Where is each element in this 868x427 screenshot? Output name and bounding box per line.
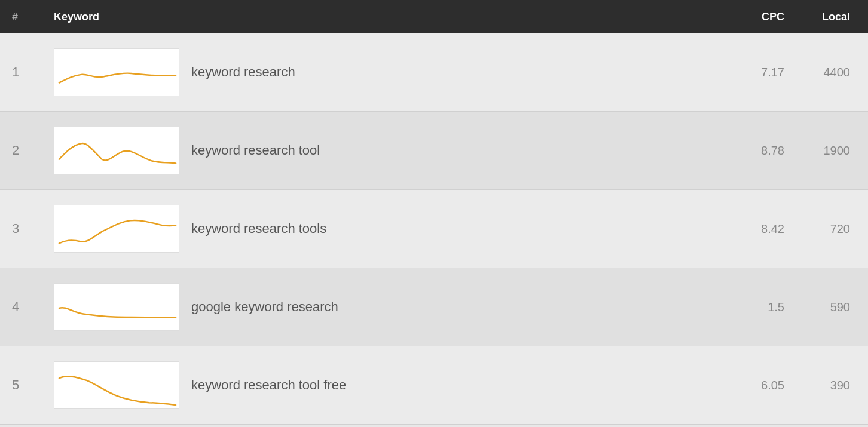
- keyword-table: # Keyword CPC Local 1 keyword research 7…: [0, 0, 868, 427]
- keyword-text: keyword research tool: [191, 143, 713, 158]
- row-number: 2: [12, 143, 54, 158]
- table-header: # Keyword CPC Local: [0, 0, 868, 33]
- keyword-text: google keyword research: [191, 299, 713, 315]
- table-row[interactable]: 3 keyword research tools 8.42 720: [0, 190, 868, 268]
- table-body: 1 keyword research 7.17 4400 2 keyword r…: [0, 33, 868, 425]
- local-value: 590: [784, 300, 856, 314]
- cpc-value: 1.5: [713, 300, 784, 314]
- trend-chart: [54, 205, 179, 253]
- header-num: #: [12, 11, 54, 23]
- cpc-value: 8.42: [713, 222, 784, 236]
- local-value: 4400: [784, 66, 856, 79]
- table-row[interactable]: 5 keyword research tool free 6.05 390: [0, 346, 868, 425]
- cpc-value: 6.05: [713, 379, 784, 392]
- row-number: 3: [12, 221, 54, 236]
- keyword-text: keyword research tools: [191, 221, 713, 236]
- trend-chart: [54, 48, 179, 96]
- local-value: 720: [784, 222, 856, 236]
- cpc-value: 7.17: [713, 66, 784, 79]
- row-number: 1: [12, 64, 54, 80]
- table-row[interactable]: 1 keyword research 7.17 4400: [0, 33, 868, 112]
- cpc-value: 8.78: [713, 144, 784, 158]
- header-cpc: CPC: [713, 11, 784, 23]
- row-number: 4: [12, 299, 54, 315]
- table-row[interactable]: 2 keyword research tool 8.78 1900: [0, 112, 868, 190]
- header-keyword: Keyword: [54, 11, 713, 23]
- row-number: 5: [12, 377, 54, 393]
- table-row[interactable]: 4 google keyword research 1.5 590: [0, 268, 868, 346]
- header-local: Local: [784, 11, 856, 23]
- local-value: 390: [784, 379, 856, 392]
- trend-chart: [54, 127, 179, 174]
- local-value: 1900: [784, 144, 856, 158]
- trend-chart: [54, 283, 179, 331]
- keyword-text: keyword research tool free: [191, 377, 713, 393]
- trend-chart: [54, 361, 179, 409]
- keyword-text: keyword research: [191, 64, 713, 80]
